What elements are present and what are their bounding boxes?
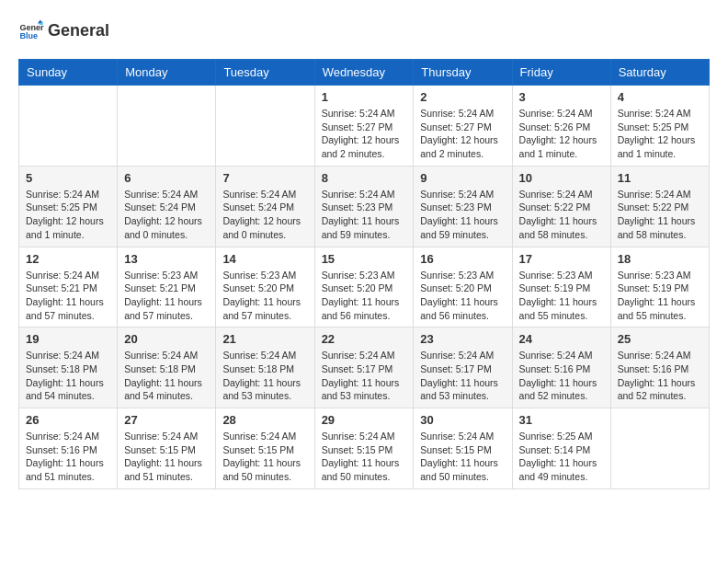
day-number: 9 [420,171,505,185]
day-number: 8 [322,171,407,185]
calendar-week-row: 26Sunrise: 5:24 AM Sunset: 5:16 PM Dayli… [19,408,710,489]
day-number: 11 [618,171,702,185]
day-number: 16 [420,252,505,266]
day-number: 17 [519,252,604,266]
day-info: Sunrise: 5:24 AM Sunset: 5:18 PM Dayligh… [26,349,110,403]
day-info: Sunrise: 5:23 AM Sunset: 5:19 PM Dayligh… [618,269,702,323]
calendar-cell: 22Sunrise: 5:24 AM Sunset: 5:17 PM Dayli… [314,327,414,408]
day-of-week-header: Saturday [610,60,709,86]
calendar-cell: 16Sunrise: 5:23 AM Sunset: 5:20 PM Dayli… [414,247,512,327]
day-info: Sunrise: 5:24 AM Sunset: 5:27 PM Dayligh… [322,107,407,161]
day-info: Sunrise: 5:24 AM Sunset: 5:24 PM Dayligh… [222,188,307,242]
day-info: Sunrise: 5:24 AM Sunset: 5:16 PM Dayligh… [519,349,604,403]
day-info: Sunrise: 5:25 AM Sunset: 5:14 PM Dayligh… [519,430,604,484]
day-number: 4 [618,90,702,104]
day-number: 24 [519,332,604,346]
logo: General Blue General [18,18,109,44]
day-info: Sunrise: 5:24 AM Sunset: 5:25 PM Dayligh… [26,188,110,242]
day-number: 20 [124,332,209,346]
day-number: 6 [124,171,209,185]
day-number: 25 [618,332,702,346]
day-number: 3 [519,90,604,104]
day-number: 15 [322,252,407,266]
day-info: Sunrise: 5:24 AM Sunset: 5:17 PM Dayligh… [322,349,407,403]
day-number: 7 [222,171,307,185]
calendar-cell: 4Sunrise: 5:24 AM Sunset: 5:25 PM Daylig… [610,86,709,167]
day-info: Sunrise: 5:24 AM Sunset: 5:21 PM Dayligh… [26,269,110,323]
calendar-cell: 19Sunrise: 5:24 AM Sunset: 5:18 PM Dayli… [19,327,118,408]
day-info: Sunrise: 5:24 AM Sunset: 5:15 PM Dayligh… [322,430,407,484]
day-info: Sunrise: 5:23 AM Sunset: 5:21 PM Dayligh… [124,269,209,323]
day-number: 30 [420,413,505,427]
day-info: Sunrise: 5:23 AM Sunset: 5:20 PM Dayligh… [222,269,307,323]
day-info: Sunrise: 5:24 AM Sunset: 5:22 PM Dayligh… [618,188,702,242]
calendar-cell: 6Sunrise: 5:24 AM Sunset: 5:24 PM Daylig… [118,166,216,247]
calendar-cell: 2Sunrise: 5:24 AM Sunset: 5:27 PM Daylig… [414,86,512,167]
page-header: General Blue General [18,18,710,44]
calendar-cell: 3Sunrise: 5:24 AM Sunset: 5:26 PM Daylig… [512,86,610,167]
day-number: 19 [26,332,110,346]
calendar-cell [19,86,118,167]
calendar-table: SundayMondayTuesdayWednesdayThursdayFrid… [18,59,710,489]
calendar-cell [216,86,314,167]
calendar-cell: 13Sunrise: 5:23 AM Sunset: 5:21 PM Dayli… [118,247,216,327]
day-number: 14 [222,252,307,266]
calendar-cell: 15Sunrise: 5:23 AM Sunset: 5:20 PM Dayli… [314,247,414,327]
day-info: Sunrise: 5:24 AM Sunset: 5:15 PM Dayligh… [420,430,505,484]
calendar-cell: 27Sunrise: 5:24 AM Sunset: 5:15 PM Dayli… [118,408,216,489]
day-info: Sunrise: 5:24 AM Sunset: 5:23 PM Dayligh… [420,188,505,242]
calendar-cell: 31Sunrise: 5:25 AM Sunset: 5:14 PM Dayli… [512,408,610,489]
day-info: Sunrise: 5:24 AM Sunset: 5:22 PM Dayligh… [519,188,604,242]
day-info: Sunrise: 5:24 AM Sunset: 5:15 PM Dayligh… [124,430,209,484]
calendar-header-row: SundayMondayTuesdayWednesdayThursdayFrid… [19,60,710,86]
calendar-week-row: 12Sunrise: 5:24 AM Sunset: 5:21 PM Dayli… [19,247,710,327]
calendar-cell: 11Sunrise: 5:24 AM Sunset: 5:22 PM Dayli… [610,166,709,247]
logo-text: General [48,21,109,41]
day-info: Sunrise: 5:24 AM Sunset: 5:24 PM Dayligh… [124,188,209,242]
day-number: 2 [420,90,505,104]
day-info: Sunrise: 5:24 AM Sunset: 5:18 PM Dayligh… [222,349,307,403]
calendar-week-row: 1Sunrise: 5:24 AM Sunset: 5:27 PM Daylig… [19,86,710,167]
day-info: Sunrise: 5:24 AM Sunset: 5:18 PM Dayligh… [124,349,209,403]
day-of-week-header: Wednesday [314,60,414,86]
day-info: Sunrise: 5:24 AM Sunset: 5:26 PM Dayligh… [519,107,604,161]
calendar-cell: 24Sunrise: 5:24 AM Sunset: 5:16 PM Dayli… [512,327,610,408]
day-number: 29 [322,413,407,427]
calendar-cell: 12Sunrise: 5:24 AM Sunset: 5:21 PM Dayli… [19,247,118,327]
calendar-cell: 23Sunrise: 5:24 AM Sunset: 5:17 PM Dayli… [414,327,512,408]
calendar-cell: 7Sunrise: 5:24 AM Sunset: 5:24 PM Daylig… [216,166,314,247]
day-number: 21 [222,332,307,346]
calendar-cell: 28Sunrise: 5:24 AM Sunset: 5:15 PM Dayli… [216,408,314,489]
calendar-cell: 29Sunrise: 5:24 AM Sunset: 5:15 PM Dayli… [314,408,414,489]
day-number: 26 [26,413,110,427]
day-number: 5 [26,171,110,185]
calendar-week-row: 5Sunrise: 5:24 AM Sunset: 5:25 PM Daylig… [19,166,710,247]
day-number: 28 [222,413,307,427]
calendar-cell: 17Sunrise: 5:23 AM Sunset: 5:19 PM Dayli… [512,247,610,327]
calendar-cell: 14Sunrise: 5:23 AM Sunset: 5:20 PM Dayli… [216,247,314,327]
calendar-cell: 9Sunrise: 5:24 AM Sunset: 5:23 PM Daylig… [414,166,512,247]
calendar-cell: 18Sunrise: 5:23 AM Sunset: 5:19 PM Dayli… [610,247,709,327]
day-of-week-header: Friday [512,60,610,86]
calendar-cell [610,408,709,489]
day-number: 23 [420,332,505,346]
calendar-week-row: 19Sunrise: 5:24 AM Sunset: 5:18 PM Dayli… [19,327,710,408]
day-number: 27 [124,413,209,427]
day-info: Sunrise: 5:24 AM Sunset: 5:25 PM Dayligh… [618,107,702,161]
day-of-week-header: Sunday [19,60,118,86]
calendar-cell: 25Sunrise: 5:24 AM Sunset: 5:16 PM Dayli… [610,327,709,408]
calendar-cell [118,86,216,167]
logo-icon: General Blue [18,18,44,44]
day-info: Sunrise: 5:23 AM Sunset: 5:20 PM Dayligh… [322,269,407,323]
calendar-cell: 30Sunrise: 5:24 AM Sunset: 5:15 PM Dayli… [414,408,512,489]
day-of-week-header: Tuesday [216,60,314,86]
day-info: Sunrise: 5:24 AM Sunset: 5:16 PM Dayligh… [618,349,702,403]
day-number: 10 [519,171,604,185]
day-info: Sunrise: 5:24 AM Sunset: 5:15 PM Dayligh… [222,430,307,484]
calendar-cell: 10Sunrise: 5:24 AM Sunset: 5:22 PM Dayli… [512,166,610,247]
day-number: 31 [519,413,604,427]
calendar-cell: 8Sunrise: 5:24 AM Sunset: 5:23 PM Daylig… [314,166,414,247]
day-number: 1 [322,90,407,104]
day-of-week-header: Thursday [414,60,512,86]
day-info: Sunrise: 5:24 AM Sunset: 5:16 PM Dayligh… [26,430,110,484]
